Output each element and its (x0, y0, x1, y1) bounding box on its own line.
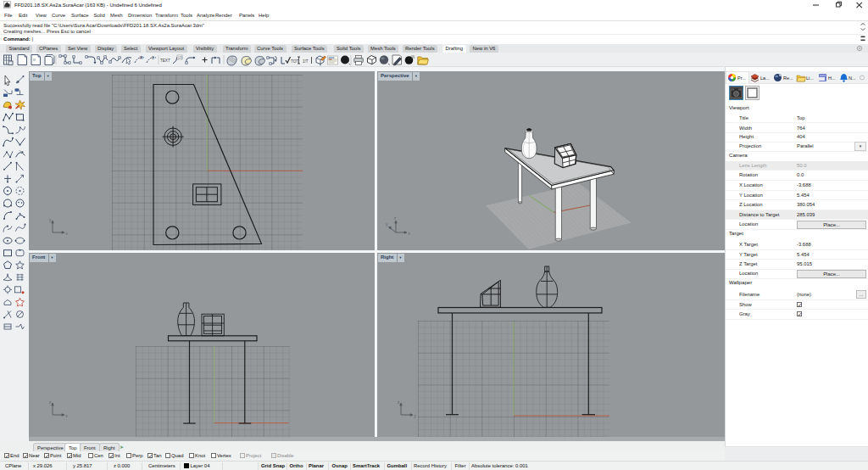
svg-text:La...: La... (760, 76, 770, 81)
svg-text:y: y (386, 222, 388, 227)
svg-text:y: y (415, 414, 417, 418)
svg-text:z: z (394, 216, 397, 221)
svg-text:(2): (2) (178, 55, 183, 59)
svg-text:x: x (66, 414, 69, 418)
svg-text:1!T: 1!T (303, 59, 309, 64)
svg-text:H...: H... (828, 76, 836, 81)
svg-text:R: R (140, 55, 143, 60)
svg-text:y: y (49, 218, 52, 222)
svg-text:TOT: TOT (291, 59, 298, 64)
svg-text:Li...: Li... (806, 76, 814, 81)
svg-text:0: 0 (152, 55, 154, 60)
svg-text:TEXT: TEXT (160, 59, 170, 63)
svg-text:x: x (66, 232, 69, 236)
svg-text:x: x (409, 232, 411, 236)
svg-text:z: z (398, 400, 400, 405)
svg-text:Pr...: Pr... (737, 76, 746, 81)
svg-text:N...: N... (849, 76, 856, 81)
svg-text:z: z (49, 400, 52, 405)
svg-text:Re...: Re... (783, 76, 793, 81)
